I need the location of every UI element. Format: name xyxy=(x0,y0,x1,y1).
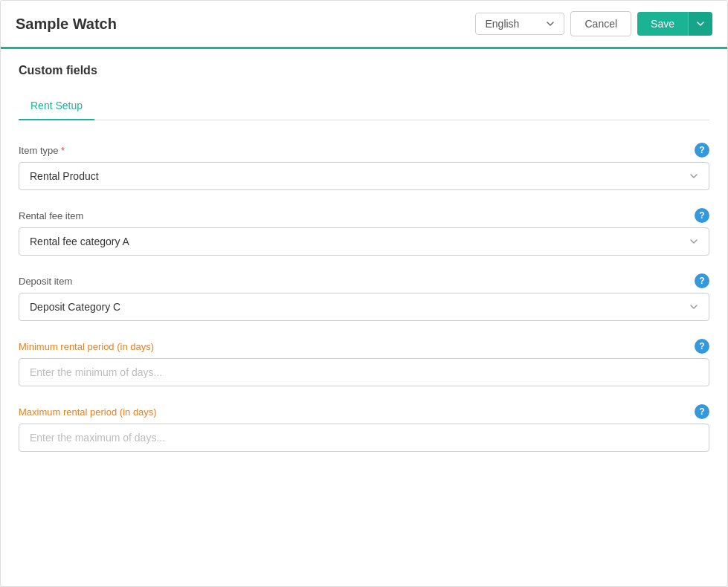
rental-fee-value: Rental fee category A xyxy=(30,236,129,247)
rental-fee-chevron-icon xyxy=(689,237,698,246)
min-rental-label-row: Minimum rental period (in days) ? xyxy=(19,339,709,354)
language-chevron-icon xyxy=(546,19,555,28)
deposit-item-label-row: Deposit item ? xyxy=(19,273,709,288)
app-window: Sample Watch English Cancel Save Custom … xyxy=(0,0,728,587)
page-title: Sample Watch xyxy=(16,16,117,33)
save-chevron-icon xyxy=(696,19,705,28)
language-selector[interactable]: English xyxy=(475,13,564,35)
save-button[interactable]: Save xyxy=(637,12,688,36)
language-label: English xyxy=(485,18,519,30)
max-rental-label: Maximum rental period (in days) xyxy=(19,406,157,418)
item-type-chevron-icon xyxy=(689,172,698,181)
deposit-item-value: Deposit Category C xyxy=(30,301,120,313)
rental-fee-group: Rental fee item ? Rental fee category A xyxy=(19,208,709,256)
item-type-label-row: Item type * ? xyxy=(19,143,709,158)
item-type-group: Item type * ? Rental Product xyxy=(19,143,709,190)
max-rental-input[interactable] xyxy=(19,424,709,452)
item-type-value: Rental Product xyxy=(30,170,99,182)
header: Sample Watch English Cancel Save xyxy=(1,1,727,49)
main-content: Custom fields Rent Setup Item type * ? R… xyxy=(1,49,727,586)
item-type-select[interactable]: Rental Product xyxy=(19,162,709,190)
min-rental-label: Minimum rental period (in days) xyxy=(19,341,154,352)
tab-rent-setup[interactable]: Rent Setup xyxy=(19,92,94,120)
item-type-help-icon[interactable]: ? xyxy=(695,143,709,158)
deposit-item-select[interactable]: Deposit Category C xyxy=(19,293,709,321)
item-type-label: Item type * xyxy=(19,145,65,156)
deposit-item-chevron-icon xyxy=(689,302,698,311)
min-rental-input[interactable] xyxy=(19,358,709,386)
tab-bar: Rent Setup xyxy=(19,92,709,120)
rental-fee-label-row: Rental fee item ? xyxy=(19,208,709,223)
deposit-item-help-icon[interactable]: ? xyxy=(695,273,709,288)
header-actions: English Cancel Save xyxy=(475,11,712,36)
deposit-item-group: Deposit item ? Deposit Category C xyxy=(19,273,709,321)
rental-fee-select[interactable]: Rental fee category A xyxy=(19,227,709,256)
save-dropdown-button[interactable] xyxy=(688,12,712,36)
max-rental-label-row: Maximum rental period (in days) ? xyxy=(19,404,709,419)
required-asterisk: * xyxy=(61,145,65,156)
rental-fee-label: Rental fee item xyxy=(19,210,83,221)
cancel-button[interactable]: Cancel xyxy=(570,11,631,36)
max-rental-help-icon[interactable]: ? xyxy=(695,404,709,419)
deposit-item-label: Deposit item xyxy=(19,276,72,287)
min-rental-group: Minimum rental period (in days) ? xyxy=(19,339,709,386)
min-rental-help-icon[interactable]: ? xyxy=(695,339,709,354)
max-rental-group: Maximum rental period (in days) ? xyxy=(19,404,709,452)
section-title: Custom fields xyxy=(19,64,709,77)
rental-fee-help-icon[interactable]: ? xyxy=(695,208,709,223)
save-button-group: Save xyxy=(637,12,712,36)
